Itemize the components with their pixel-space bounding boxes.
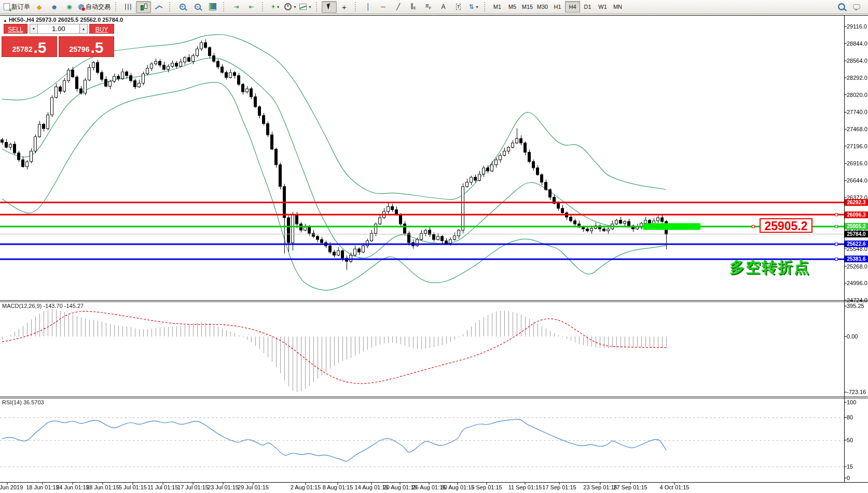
autotrading-button[interactable]: 自动交易: [77, 1, 112, 13]
time-tick-label: 23 Jul 01:15: [208, 484, 239, 490]
timeframe-m30[interactable]: M30: [535, 1, 550, 12]
volume-input[interactable]: [38, 24, 79, 34]
timeframe-h4[interactable]: H4: [565, 1, 580, 12]
price-tick: 27468.0: [847, 126, 867, 132]
templates-button[interactable]: ▾: [298, 1, 313, 13]
toolbar-grip: [223, 2, 227, 11]
zoom-group: + −: [175, 1, 220, 13]
text-icon: A: [441, 4, 445, 10]
chart-shift-icon: ⇤: [249, 4, 254, 10]
channel-icon: ∥E: [410, 3, 416, 10]
line-chart-button[interactable]: [151, 1, 166, 13]
time-tick-label: 12 Jun 2019: [0, 484, 23, 490]
timeframe-h1[interactable]: H1: [550, 1, 565, 12]
zoom-in-button[interactable]: +: [175, 1, 190, 13]
candlestick-chart-button[interactable]: [136, 1, 151, 13]
text-label-button[interactable]: T: [451, 1, 466, 13]
timeframe-m1[interactable]: M1: [490, 1, 505, 12]
toolbar-grip: [262, 2, 266, 11]
bar-chart-button[interactable]: [121, 1, 136, 13]
horizontal-line-button[interactable]: ─: [376, 1, 391, 13]
macd-label: MACD(12,26,9) -143.70 -145.27: [2, 303, 84, 309]
vertical-line-button[interactable]: │: [361, 1, 376, 13]
price-tick: 26916.0: [847, 160, 867, 166]
template-icon: [299, 4, 307, 10]
chevron-down-icon: ▾: [476, 5, 478, 9]
search-button[interactable]: [834, 1, 849, 13]
rsi-tick: 50: [847, 437, 853, 443]
insert-group: +▾ ▾ ▾: [268, 1, 313, 13]
price-line-label: 26096.3: [845, 212, 868, 218]
signals-button[interactable]: ◉: [62, 1, 77, 13]
chat-button[interactable]: [849, 1, 864, 13]
timeframe-w1[interactable]: W1: [595, 1, 610, 12]
arrows-button[interactable]: ⇅▾: [466, 1, 481, 13]
symbol-title: ▲HK50-,H4 25973.0 26025.5 25562.0 25784.…: [3, 17, 123, 23]
price-tick: 25268.0: [847, 263, 867, 270]
gold-button[interactable]: ◆: [32, 1, 47, 13]
periods-button[interactable]: ▾: [283, 1, 298, 13]
cursor-button[interactable]: [322, 1, 337, 13]
volume-decrease-button[interactable]: ▼: [30, 24, 38, 34]
search-icon: [838, 3, 845, 10]
time-tick-label: 17 Sep 01:15: [542, 484, 576, 490]
chevron-down-icon: ▾: [294, 5, 296, 9]
buy-price-button[interactable]: 25796 .5: [59, 36, 114, 57]
buy-price-fraction: .5: [90, 40, 103, 55]
drawing-group: │ ─ ╱ ∥E ≡F A T ⇅▾: [361, 1, 481, 13]
price-tick: 27196.0: [847, 143, 867, 149]
zoom-out-button[interactable]: −: [190, 1, 205, 13]
timeframe-m15[interactable]: M15: [520, 1, 535, 12]
time-tick-label: 5 Sep 01:15: [471, 484, 502, 490]
community-button[interactable]: ☻: [47, 1, 62, 13]
buy-price-main: 25796: [70, 45, 90, 53]
chart-shift-button[interactable]: ⇤: [244, 1, 259, 13]
toolbar-grip: [484, 2, 488, 11]
tile-windows-button[interactable]: [205, 1, 220, 13]
scroll-group: ⇥ ⇤: [229, 1, 259, 13]
new-order-icon: [4, 3, 10, 10]
auto-scroll-button[interactable]: ⇥: [229, 1, 244, 13]
price-tick: 24996.0: [847, 280, 867, 286]
time-tick-label: 24 Jun 01:15: [56, 484, 89, 490]
crosshair-icon: +: [342, 3, 347, 11]
price-line-label: 25622.6: [845, 241, 868, 247]
trendline-button[interactable]: ╱: [391, 1, 406, 13]
sell-price-button[interactable]: 25782 .5: [2, 36, 57, 57]
line-chart-icon: [155, 4, 162, 10]
text-label-icon: T: [456, 4, 461, 10]
timeframe-m5[interactable]: M5: [505, 1, 520, 12]
time-tick-label: 2 Aug 01:15: [291, 484, 321, 490]
price-tick: 24724.0: [847, 297, 867, 303]
sell-button[interactable]: SELL: [4, 24, 27, 34]
chinese-annotation: 多空转折点: [729, 257, 810, 278]
volume-increase-button[interactable]: ▲: [79, 24, 88, 34]
gold-icon: ◆: [37, 4, 42, 10]
chart-canvas[interactable]: [0, 15, 868, 493]
sell-price-main: 25782: [12, 45, 33, 53]
rsi-tick: 0: [847, 475, 850, 481]
text-button[interactable]: A: [436, 1, 451, 13]
macd-tick: 395.25: [847, 303, 864, 309]
trendline-icon: ╱: [396, 4, 400, 10]
equidistant-channel-button[interactable]: ∥E: [406, 1, 421, 13]
timeframe-d1[interactable]: D1: [580, 1, 595, 12]
autotrading-icon: [78, 4, 84, 10]
toolbar-grip: [115, 2, 119, 11]
new-order-button[interactable]: 新订单: [2, 1, 32, 13]
timeframe-mn[interactable]: MN: [610, 1, 625, 12]
collapse-triangle-icon: ▲: [3, 18, 7, 23]
time-tick-label: 11 Sep 01:15: [508, 484, 542, 490]
macd-tick: -723.16: [847, 389, 866, 395]
auto-scroll-icon: ⇥: [233, 4, 239, 10]
price-callout-label[interactable]: 25905.2: [760, 218, 812, 233]
crosshair-button[interactable]: +: [337, 1, 352, 13]
indicators-button[interactable]: +▾: [268, 1, 283, 13]
toolbar-grip: [316, 2, 320, 11]
toolbar-grip: [355, 2, 359, 11]
buy-button[interactable]: BUY: [89, 24, 114, 34]
fibonacci-button[interactable]: ≡F: [421, 1, 436, 13]
timeframe-group: M1M5M15M30H1H4D1W1MN: [490, 1, 625, 12]
sell-price-fraction: .5: [33, 40, 46, 55]
time-tick-label: 23 Sep 01:15: [583, 484, 617, 490]
